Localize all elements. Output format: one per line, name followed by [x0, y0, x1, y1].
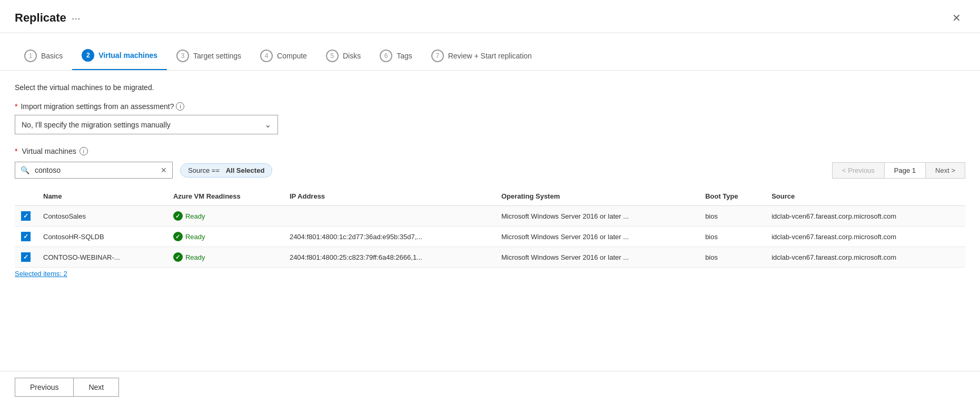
ready-icon: ✓ [173, 232, 183, 241]
step-target-settings[interactable]: 3 Target settings [167, 43, 251, 70]
dialog-title: Replicate [15, 11, 66, 25]
step-5-circle: 5 [326, 50, 339, 62]
col-header-source: Source [765, 187, 965, 206]
vm-table-body: ✓ ContosoSales ✓ Ready Microsoft Windows… [15, 206, 965, 268]
row-checkbox-cell[interactable]: ✓ [15, 247, 37, 268]
step-4-circle: 4 [260, 50, 273, 62]
col-header-ip: IP Address [283, 187, 495, 206]
search-icon: 🔍 [15, 162, 35, 178]
row-source: idclab-vcen67.fareast.corp.microsoft.com [765, 247, 965, 268]
vm-info-icon[interactable]: i [80, 147, 88, 155]
filter-prefix: Source == [188, 166, 220, 174]
vm-label-text: Virtual machines [22, 147, 76, 155]
step-6-circle: 6 [380, 50, 392, 62]
table-row: ✓ CONTOSO-WEBINAR-... ✓ Ready 2404:f801:… [15, 247, 965, 268]
step-review[interactable]: 7 Review + Start replication [422, 43, 541, 70]
row-name: ContosoHR-SQLDB [37, 227, 167, 247]
assessment-dropdown-value: No, I'll specify the migration settings … [22, 121, 171, 129]
step-6-label: Tags [397, 52, 412, 60]
step-virtual-machines[interactable]: 2 Virtual machines [72, 43, 167, 70]
page-number: Page 1 [885, 162, 925, 179]
main-content: Select the virtual machines to be migrat… [0, 71, 980, 371]
table-row: ✓ ContosoHR-SQLDB ✓ Ready 2404:f801:4800… [15, 227, 965, 247]
checkbox-1[interactable]: ✓ [21, 232, 31, 241]
row-boot: bios [699, 227, 765, 247]
previous-page-button[interactable]: < Previous [832, 162, 885, 179]
close-button[interactable]: ✕ [948, 9, 965, 26]
assessment-info-icon[interactable]: i [176, 102, 184, 111]
row-checkbox-cell[interactable]: ✓ [15, 206, 37, 227]
row-ip: 2404:f801:4800:25:c823:79ff:6a48:2666,1.… [283, 247, 495, 268]
col-header-readiness: Azure VM Readiness [167, 187, 283, 206]
search-input[interactable] [35, 163, 155, 178]
row-boot: bios [699, 247, 765, 268]
filter-value: All Selected [226, 166, 265, 174]
step-7-circle: 7 [431, 50, 444, 62]
row-source: idclab-vcen67.fareast.corp.microsoft.com [765, 206, 965, 227]
step-disks[interactable]: 5 Disks [316, 43, 370, 70]
col-header-name: Name [37, 187, 167, 206]
col-header-checkbox [15, 187, 37, 206]
assessment-dropdown[interactable]: No, I'll specify the migration settings … [15, 115, 278, 134]
step-2-label: Virtual machines [98, 51, 157, 60]
table-header-row: Name Azure VM Readiness IP Address Opera… [15, 187, 965, 206]
next-page-button[interactable]: Next > [925, 162, 965, 179]
row-ip: 2404:f801:4800:1c:2d77:36ad:e95b:35d7,..… [283, 227, 495, 247]
search-clear-icon[interactable]: ✕ [155, 162, 172, 178]
selected-items-link[interactable]: Selected items: 2 [15, 270, 965, 278]
vm-section: * Virtual machines i 🔍 ✕ Source == All S… [15, 147, 965, 278]
checkbox-2[interactable]: ✓ [21, 252, 31, 262]
search-box: 🔍 ✕ [15, 162, 173, 179]
row-ip [283, 206, 495, 227]
filter-badge[interactable]: Source == All Selected [180, 163, 272, 178]
assessment-field-label: * Import migration settings from an asse… [15, 102, 965, 111]
row-os: Microsoft Windows Server 2016 or later .… [495, 227, 699, 247]
wizard-steps: 1 Basics 2 Virtual machines 3 Target set… [0, 33, 980, 71]
row-source: idclab-vcen67.fareast.corp.microsoft.com [765, 227, 965, 247]
row-boot: bios [699, 206, 765, 227]
readiness-badge: ✓ Ready [173, 211, 277, 221]
ready-icon: ✓ [173, 211, 183, 221]
check-icon: ✓ [23, 253, 28, 261]
col-header-boot: Boot Type [699, 187, 765, 206]
replicate-dialog: Replicate ··· ✕ 1 Basics 2 Virtual machi… [0, 0, 980, 403]
section-description: Select the virtual machines to be migrat… [15, 83, 965, 92]
step-4-label: Compute [277, 52, 307, 60]
vm-section-label: * Virtual machines i [15, 147, 965, 155]
row-name: CONTOSO-WEBINAR-... [37, 247, 167, 268]
vm-controls: 🔍 ✕ Source == All Selected < Previous Pa… [15, 162, 965, 179]
readiness-text: Ready [185, 212, 205, 220]
readiness-badge: ✓ Ready [173, 252, 277, 262]
ready-icon: ✓ [173, 252, 183, 262]
step-1-label: Basics [41, 52, 63, 60]
readiness-badge: ✓ Ready [173, 232, 277, 241]
row-os: Microsoft Windows Server 2016 or later .… [495, 247, 699, 268]
pagination: < Previous Page 1 Next > [832, 162, 965, 179]
vm-required-star: * [15, 147, 17, 155]
footer-previous-button[interactable]: Previous [15, 378, 73, 397]
step-1-circle: 1 [24, 50, 37, 62]
row-os: Microsoft Windows Server 2016 or later .… [495, 206, 699, 227]
required-star: * [15, 102, 17, 111]
dialog-header: Replicate ··· ✕ [0, 0, 980, 33]
col-header-os: Operating System [495, 187, 699, 206]
row-readiness: ✓ Ready [167, 206, 283, 227]
row-checkbox-cell[interactable]: ✓ [15, 227, 37, 247]
assessment-label-text: Import migration settings from an assess… [21, 102, 174, 111]
title-area: Replicate ··· [15, 11, 81, 25]
step-compute[interactable]: 4 Compute [251, 43, 316, 70]
step-tags[interactable]: 6 Tags [370, 43, 422, 70]
step-basics[interactable]: 1 Basics [15, 43, 72, 70]
row-readiness: ✓ Ready [167, 227, 283, 247]
step-7-label: Review + Start replication [448, 52, 532, 60]
step-3-circle: 3 [176, 50, 189, 62]
check-icon: ✓ [23, 233, 28, 240]
footer-next-button[interactable]: Next [73, 378, 119, 397]
readiness-text: Ready [185, 253, 205, 261]
more-options-icon[interactable]: ··· [72, 12, 81, 24]
step-3-label: Target settings [193, 52, 241, 60]
checkbox-0[interactable]: ✓ [21, 211, 31, 221]
vm-table: Name Azure VM Readiness IP Address Opera… [15, 187, 965, 268]
row-readiness: ✓ Ready [167, 247, 283, 268]
dropdown-arrow-icon: ⌄ [264, 120, 271, 130]
